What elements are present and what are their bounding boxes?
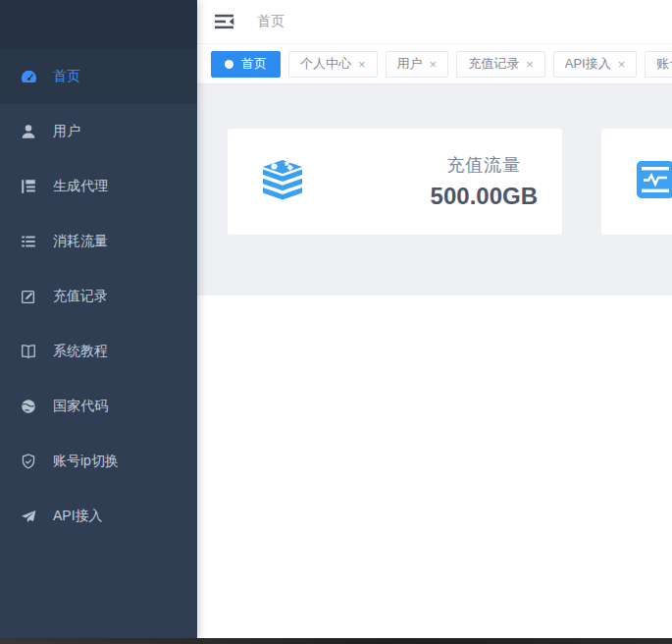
sidebar-item-consumed-traffic[interactable]: 消耗流量 <box>0 214 197 269</box>
sidebar-item-label: 充值记录 <box>53 288 108 305</box>
sidebar-item-label: 国家代码 <box>53 398 108 415</box>
tab-recharge-records[interactable]: 充值记录 × <box>456 51 545 78</box>
sidebar-item-system-tutorial[interactable]: 系统教程 <box>0 324 197 379</box>
tab-label: API接入 <box>565 55 611 73</box>
sidebar-item-label: 用户 <box>53 123 80 140</box>
sidebar-item-label: 消耗流量 <box>53 233 108 250</box>
book-icon <box>19 342 38 361</box>
sidebar-top-area <box>0 0 197 49</box>
pulse-chart-icon <box>637 161 672 202</box>
list-icon <box>19 232 38 251</box>
stat-card-text: 充值流量 500.00GB <box>431 153 538 210</box>
edit-icon <box>19 287 38 306</box>
stat-card-value: 500.00GB <box>431 183 538 210</box>
tab-label: 用户 <box>397 55 423 73</box>
close-icon[interactable]: × <box>618 58 626 71</box>
tab-api-access[interactable]: API接入 × <box>553 51 638 78</box>
globe-icon <box>19 397 38 416</box>
tab-label: 账号ip切换 <box>656 55 672 73</box>
main-area: 首页 首页 个人中心 × 用户 × 充值记录 × API接入 × <box>197 0 672 638</box>
stat-card-label: 充值流量 <box>446 153 521 177</box>
dashboard-icon <box>19 67 38 86</box>
close-icon[interactable]: × <box>430 58 438 71</box>
sidebar-item-account-ip-switch[interactable]: 账号ip切换 <box>0 434 197 489</box>
tab-label: 充值记录 <box>468 55 519 73</box>
breadcrumb[interactable]: 首页 <box>257 13 284 30</box>
sidebar-item-label: 首页 <box>53 68 80 85</box>
sidebar-item-generate-proxy[interactable]: 生成代理 <box>0 159 197 214</box>
sidebar-item-home[interactable]: 首页 <box>0 49 197 104</box>
tab-label: 首页 <box>241 55 267 73</box>
top-header: 首页 <box>197 0 672 43</box>
content-panel: 充值流量 500.00GB <box>197 84 672 295</box>
stack-icon <box>257 154 308 209</box>
sidebar-item-country-codes[interactable]: 国家代码 <box>0 379 197 434</box>
tab-home[interactable]: 首页 <box>211 51 281 78</box>
sidebar-item-label: 账号ip切换 <box>53 453 119 470</box>
tree-icon <box>19 177 38 196</box>
bottom-edge-bar <box>0 638 672 644</box>
active-dot-icon <box>225 60 233 69</box>
stat-card-partial <box>601 129 672 235</box>
menu-fold-icon[interactable] <box>214 12 237 31</box>
sidebar-item-label: 生成代理 <box>53 178 108 195</box>
close-icon[interactable]: × <box>358 58 366 71</box>
tab-label: 个人中心 <box>300 55 351 73</box>
stat-card-recharge-traffic: 充值流量 500.00GB <box>228 129 562 235</box>
tab-personal-center[interactable]: 个人中心 × <box>288 51 378 78</box>
paper-plane-icon <box>19 507 38 526</box>
sidebar-item-label: API接入 <box>53 508 103 525</box>
close-icon[interactable]: × <box>526 58 534 71</box>
user-icon <box>19 122 38 141</box>
tab-account-ip-switch[interactable]: 账号ip切换 × <box>645 51 672 78</box>
sidebar-item-users[interactable]: 用户 <box>0 104 197 159</box>
tab-bar: 首页 个人中心 × 用户 × 充值记录 × API接入 × 账号ip切换 × <box>197 43 672 84</box>
sidebar-item-api-access[interactable]: API接入 <box>0 489 197 544</box>
shield-check-icon <box>19 452 38 471</box>
sidebar-item-label: 系统教程 <box>53 343 108 360</box>
sidebar: 首页 用户 生成代理 <box>0 0 197 638</box>
app-window: 首页 用户 生成代理 <box>0 0 672 644</box>
sidebar-item-recharge-records[interactable]: 充值记录 <box>0 269 197 324</box>
tab-users[interactable]: 用户 × <box>386 51 449 78</box>
